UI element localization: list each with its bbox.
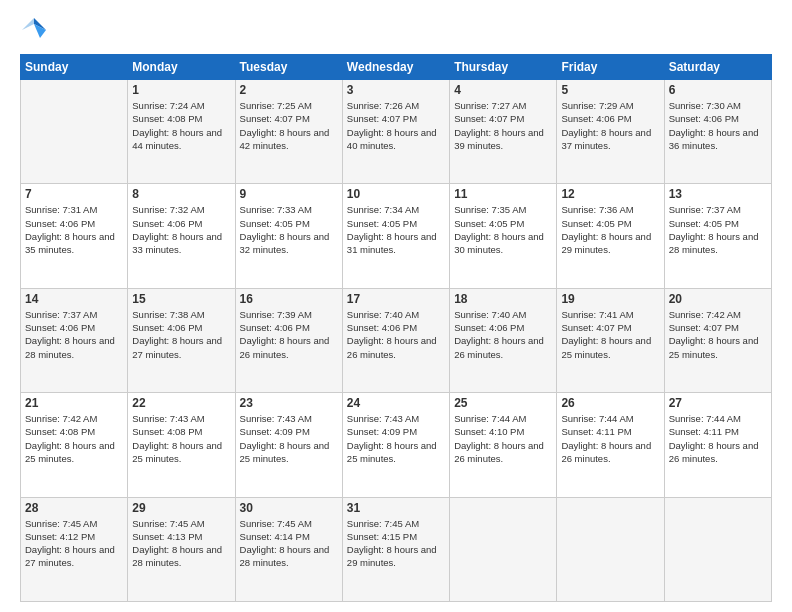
calendar-cell: 21 Sunrise: 7:42 AMSunset: 4:08 PMDaylig… [21, 393, 128, 497]
day-number: 25 [454, 396, 552, 410]
calendar-cell [450, 497, 557, 601]
calendar-cell: 4 Sunrise: 7:27 AMSunset: 4:07 PMDayligh… [450, 80, 557, 184]
day-number: 30 [240, 501, 338, 515]
calendar-cell [21, 80, 128, 184]
calendar-cell: 16 Sunrise: 7:39 AMSunset: 4:06 PMDaylig… [235, 288, 342, 392]
day-info: Sunrise: 7:43 AMSunset: 4:09 PMDaylight:… [240, 413, 330, 464]
calendar-cell: 27 Sunrise: 7:44 AMSunset: 4:11 PMDaylig… [664, 393, 771, 497]
day-number: 23 [240, 396, 338, 410]
day-info: Sunrise: 7:30 AMSunset: 4:06 PMDaylight:… [669, 100, 759, 151]
day-number: 22 [132, 396, 230, 410]
day-number: 19 [561, 292, 659, 306]
calendar-cell: 9 Sunrise: 7:33 AMSunset: 4:05 PMDayligh… [235, 184, 342, 288]
day-info: Sunrise: 7:31 AMSunset: 4:06 PMDaylight:… [25, 204, 115, 255]
calendar-cell: 12 Sunrise: 7:36 AMSunset: 4:05 PMDaylig… [557, 184, 664, 288]
calendar-week-row: 1 Sunrise: 7:24 AMSunset: 4:08 PMDayligh… [21, 80, 772, 184]
calendar-header-row: SundayMondayTuesdayWednesdayThursdayFrid… [21, 55, 772, 80]
calendar-cell: 25 Sunrise: 7:44 AMSunset: 4:10 PMDaylig… [450, 393, 557, 497]
day-number: 2 [240, 83, 338, 97]
calendar-cell: 28 Sunrise: 7:45 AMSunset: 4:12 PMDaylig… [21, 497, 128, 601]
page: SundayMondayTuesdayWednesdayThursdayFrid… [0, 0, 792, 612]
calendar-cell: 22 Sunrise: 7:43 AMSunset: 4:08 PMDaylig… [128, 393, 235, 497]
calendar-cell: 2 Sunrise: 7:25 AMSunset: 4:07 PMDayligh… [235, 80, 342, 184]
day-number: 9 [240, 187, 338, 201]
day-number: 12 [561, 187, 659, 201]
day-info: Sunrise: 7:45 AMSunset: 4:13 PMDaylight:… [132, 518, 222, 569]
day-info: Sunrise: 7:45 AMSunset: 4:14 PMDaylight:… [240, 518, 330, 569]
calendar-cell: 29 Sunrise: 7:45 AMSunset: 4:13 PMDaylig… [128, 497, 235, 601]
calendar-cell: 1 Sunrise: 7:24 AMSunset: 4:08 PMDayligh… [128, 80, 235, 184]
calendar-week-row: 28 Sunrise: 7:45 AMSunset: 4:12 PMDaylig… [21, 497, 772, 601]
day-header-sunday: Sunday [21, 55, 128, 80]
calendar-week-row: 7 Sunrise: 7:31 AMSunset: 4:06 PMDayligh… [21, 184, 772, 288]
day-header-wednesday: Wednesday [342, 55, 449, 80]
day-info: Sunrise: 7:45 AMSunset: 4:15 PMDaylight:… [347, 518, 437, 569]
day-header-monday: Monday [128, 55, 235, 80]
day-number: 20 [669, 292, 767, 306]
day-info: Sunrise: 7:40 AMSunset: 4:06 PMDaylight:… [454, 309, 544, 360]
calendar-cell: 13 Sunrise: 7:37 AMSunset: 4:05 PMDaylig… [664, 184, 771, 288]
calendar-cell: 23 Sunrise: 7:43 AMSunset: 4:09 PMDaylig… [235, 393, 342, 497]
logo-icon [20, 16, 48, 44]
day-number: 13 [669, 187, 767, 201]
day-header-tuesday: Tuesday [235, 55, 342, 80]
calendar-cell: 18 Sunrise: 7:40 AMSunset: 4:06 PMDaylig… [450, 288, 557, 392]
day-number: 3 [347, 83, 445, 97]
day-number: 11 [454, 187, 552, 201]
day-number: 1 [132, 83, 230, 97]
day-info: Sunrise: 7:38 AMSunset: 4:06 PMDaylight:… [132, 309, 222, 360]
calendar-cell [664, 497, 771, 601]
day-number: 29 [132, 501, 230, 515]
day-info: Sunrise: 7:36 AMSunset: 4:05 PMDaylight:… [561, 204, 651, 255]
day-info: Sunrise: 7:43 AMSunset: 4:08 PMDaylight:… [132, 413, 222, 464]
calendar-cell: 17 Sunrise: 7:40 AMSunset: 4:06 PMDaylig… [342, 288, 449, 392]
day-number: 24 [347, 396, 445, 410]
day-info: Sunrise: 7:33 AMSunset: 4:05 PMDaylight:… [240, 204, 330, 255]
day-number: 10 [347, 187, 445, 201]
day-info: Sunrise: 7:42 AMSunset: 4:08 PMDaylight:… [25, 413, 115, 464]
day-number: 7 [25, 187, 123, 201]
calendar-cell: 14 Sunrise: 7:37 AMSunset: 4:06 PMDaylig… [21, 288, 128, 392]
calendar-cell: 11 Sunrise: 7:35 AMSunset: 4:05 PMDaylig… [450, 184, 557, 288]
calendar-table: SundayMondayTuesdayWednesdayThursdayFrid… [20, 54, 772, 602]
day-header-friday: Friday [557, 55, 664, 80]
svg-marker-2 [22, 18, 34, 30]
calendar-cell: 5 Sunrise: 7:29 AMSunset: 4:06 PMDayligh… [557, 80, 664, 184]
calendar-cell: 30 Sunrise: 7:45 AMSunset: 4:14 PMDaylig… [235, 497, 342, 601]
day-info: Sunrise: 7:39 AMSunset: 4:06 PMDaylight:… [240, 309, 330, 360]
logo [20, 16, 52, 44]
day-number: 21 [25, 396, 123, 410]
day-info: Sunrise: 7:26 AMSunset: 4:07 PMDaylight:… [347, 100, 437, 151]
day-info: Sunrise: 7:35 AMSunset: 4:05 PMDaylight:… [454, 204, 544, 255]
day-info: Sunrise: 7:44 AMSunset: 4:11 PMDaylight:… [669, 413, 759, 464]
calendar-cell: 24 Sunrise: 7:43 AMSunset: 4:09 PMDaylig… [342, 393, 449, 497]
calendar-cell: 20 Sunrise: 7:42 AMSunset: 4:07 PMDaylig… [664, 288, 771, 392]
day-number: 17 [347, 292, 445, 306]
day-info: Sunrise: 7:24 AMSunset: 4:08 PMDaylight:… [132, 100, 222, 151]
day-number: 16 [240, 292, 338, 306]
calendar-cell: 10 Sunrise: 7:34 AMSunset: 4:05 PMDaylig… [342, 184, 449, 288]
day-info: Sunrise: 7:25 AMSunset: 4:07 PMDaylight:… [240, 100, 330, 151]
day-header-thursday: Thursday [450, 55, 557, 80]
day-info: Sunrise: 7:43 AMSunset: 4:09 PMDaylight:… [347, 413, 437, 464]
day-number: 14 [25, 292, 123, 306]
day-number: 4 [454, 83, 552, 97]
calendar-week-row: 21 Sunrise: 7:42 AMSunset: 4:08 PMDaylig… [21, 393, 772, 497]
calendar-cell: 15 Sunrise: 7:38 AMSunset: 4:06 PMDaylig… [128, 288, 235, 392]
day-info: Sunrise: 7:41 AMSunset: 4:07 PMDaylight:… [561, 309, 651, 360]
day-info: Sunrise: 7:34 AMSunset: 4:05 PMDaylight:… [347, 204, 437, 255]
calendar-cell: 19 Sunrise: 7:41 AMSunset: 4:07 PMDaylig… [557, 288, 664, 392]
day-header-saturday: Saturday [664, 55, 771, 80]
day-info: Sunrise: 7:42 AMSunset: 4:07 PMDaylight:… [669, 309, 759, 360]
day-info: Sunrise: 7:37 AMSunset: 4:06 PMDaylight:… [25, 309, 115, 360]
day-info: Sunrise: 7:40 AMSunset: 4:06 PMDaylight:… [347, 309, 437, 360]
day-number: 8 [132, 187, 230, 201]
day-number: 26 [561, 396, 659, 410]
day-number: 31 [347, 501, 445, 515]
day-info: Sunrise: 7:32 AMSunset: 4:06 PMDaylight:… [132, 204, 222, 255]
day-number: 15 [132, 292, 230, 306]
calendar-cell: 6 Sunrise: 7:30 AMSunset: 4:06 PMDayligh… [664, 80, 771, 184]
day-info: Sunrise: 7:29 AMSunset: 4:06 PMDaylight:… [561, 100, 651, 151]
calendar-cell [557, 497, 664, 601]
day-number: 28 [25, 501, 123, 515]
